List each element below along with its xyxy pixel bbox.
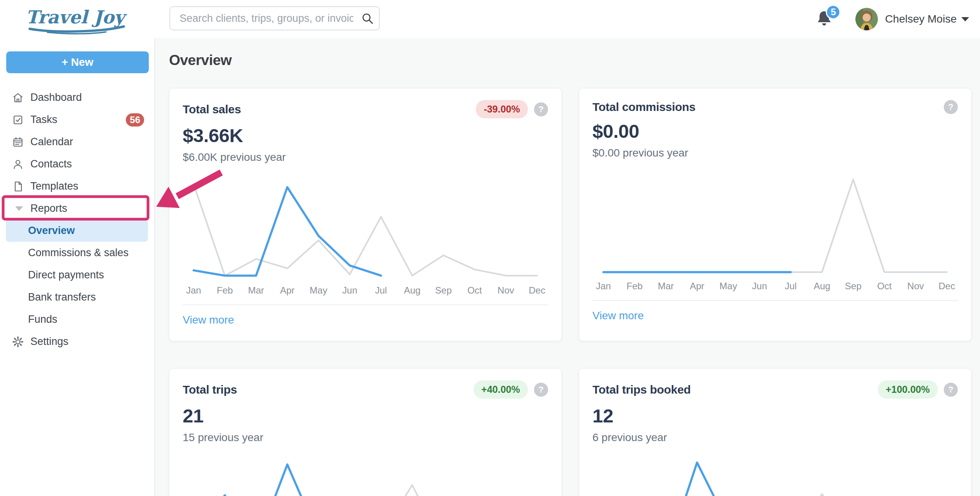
card-value: $0.00	[592, 120, 958, 142]
sidebar-subitem-bank-transfers[interactable]: Bank transfers	[0, 286, 154, 308]
card-previous-value: $6.00K previous year	[183, 151, 548, 164]
sidebar-item-contacts[interactable]: Contacts	[0, 153, 154, 175]
month-label: Feb	[627, 281, 643, 292]
new-button[interactable]: + New	[6, 51, 149, 73]
sidebar-item-label: Contacts	[30, 158, 72, 170]
view-more-link[interactable]: View more	[183, 314, 234, 326]
change-badge: +40.00%	[474, 380, 528, 399]
divider	[183, 304, 548, 305]
caret-down-icon	[12, 202, 24, 215]
series-previous-year	[603, 179, 947, 272]
sidebar-nav: Dashboard Tasks 56	[0, 86, 154, 353]
line-chart: JanFebMarAprMayJunJulAugSepOctNovDec	[183, 174, 548, 297]
sidebar-subitem-funds[interactable]: Funds	[0, 308, 154, 331]
top-right-cluster: 5 Chelsey Moise	[816, 0, 969, 38]
x-axis-labels: JanFebMarAprMayJunJulAugSepOctNovDec	[592, 279, 958, 292]
sidebar-item-label: Templates	[30, 180, 78, 192]
line-chart: JanFebMarAprMayJunJulAugSepOctNovDec	[592, 454, 958, 496]
month-label: Mar	[658, 281, 674, 292]
sidebar-subitem-commissions-sales[interactable]: Commissions & sales	[0, 242, 154, 264]
card-previous-value: 6 previous year	[592, 431, 958, 444]
stat-card-total-trips: Total trips +40.00% ? 21 15 previous yea…	[169, 368, 562, 496]
month-label: Jul	[375, 285, 387, 296]
month-label: Jun	[752, 281, 767, 292]
sidebar-item-reports[interactable]: Reports	[0, 197, 154, 220]
help-icon[interactable]: ?	[944, 383, 958, 397]
month-label: Jan	[596, 281, 611, 292]
divider	[592, 300, 958, 301]
series-current-year	[603, 463, 791, 496]
month-label: Nov	[497, 285, 514, 296]
month-label: Aug	[404, 285, 421, 296]
line-chart: JanFebMarAprMayJunJulAugSepOctNovDec	[183, 454, 548, 496]
change-badge: +100.00%	[878, 380, 938, 399]
series-previous-year	[194, 185, 537, 276]
top-bar: Travel Joy 5	[0, 0, 980, 38]
view-more-link[interactable]: View more	[592, 310, 644, 322]
sidebar-item-label: Settings	[30, 336, 69, 348]
sidebar-item-calendar[interactable]: Calendar	[0, 131, 154, 153]
month-label: May	[719, 281, 737, 292]
sidebar: + New Dashboard Tasks 56	[0, 38, 155, 496]
help-icon[interactable]: ?	[944, 100, 958, 114]
stat-cards-grid: Total sales -39.00% ? $3.66K $6.00K prev…	[169, 88, 971, 496]
month-label: Dec	[529, 285, 546, 296]
stat-card-total-trips-booked: Total trips booked +100.00% ? 12 6 previ…	[579, 368, 971, 496]
travel-joy-app: Travel Joy 5	[0, 0, 980, 496]
x-axis-labels: JanFebMarAprMayJunJulAugSepOctNovDec	[183, 283, 548, 297]
month-label: Oct	[467, 285, 482, 296]
page-title: Overview	[169, 52, 971, 69]
month-label: May	[310, 285, 327, 296]
month-label: Jun	[342, 285, 358, 296]
sidebar-subitem-overview[interactable]: Overview	[6, 220, 148, 242]
avatar[interactable]	[855, 8, 878, 30]
user-caret-down-icon[interactable]	[961, 17, 969, 21]
month-label: Nov	[907, 281, 924, 292]
card-value: 12	[592, 405, 958, 427]
card-value: $3.66K	[183, 125, 548, 146]
user-menu[interactable]: Chelsey Moise	[885, 13, 957, 25]
month-label: Apr	[280, 285, 294, 296]
gear-icon	[12, 336, 24, 348]
templates-icon	[12, 180, 24, 193]
card-title: Total sales	[183, 103, 241, 116]
sidebar-item-label: Tasks	[30, 114, 57, 126]
logo-text: Travel Joy	[26, 7, 127, 28]
month-label: Sep	[845, 281, 862, 292]
month-label: Dec	[939, 281, 955, 292]
month-label: Feb	[217, 285, 233, 296]
sidebar-item-templates[interactable]: Templates	[0, 175, 154, 197]
sidebar-subitem-direct-payments[interactable]: Direct payments	[0, 264, 154, 286]
sidebar-item-tasks[interactable]: Tasks 56	[0, 109, 154, 131]
card-value: 21	[183, 405, 548, 427]
card-title: Total trips	[183, 383, 237, 396]
tasks-count-badge: 56	[126, 113, 144, 127]
sidebar-item-settings[interactable]: Settings	[0, 331, 154, 353]
stat-card-total-commissions: Total commissions ? $0.00 $0.00 previous…	[579, 88, 971, 341]
main-content: Overview Total sales -39.00% ? $3.66K $6…	[156, 38, 980, 496]
month-label: Apr	[690, 281, 704, 292]
series-current-year	[194, 464, 381, 496]
sidebar-item-label: Reports	[30, 202, 67, 215]
month-label: Aug	[814, 281, 830, 292]
sidebar-item-dashboard[interactable]: Dashboard	[0, 86, 154, 109]
notification-count-badge: 5	[826, 5, 841, 19]
search-input[interactable]	[169, 6, 380, 30]
card-previous-value: 15 previous year	[183, 431, 548, 444]
calendar-icon	[12, 136, 24, 148]
month-label: Oct	[877, 281, 892, 292]
series-previous-year	[603, 494, 947, 496]
global-search	[169, 6, 380, 30]
help-icon[interactable]: ?	[534, 102, 548, 116]
card-title: Total commissions	[592, 100, 695, 114]
tasks-icon	[12, 114, 24, 126]
travel-joy-logo[interactable]: Travel Joy	[24, 3, 137, 37]
month-label: Mar	[248, 285, 264, 296]
notifications-button[interactable]: 5	[816, 9, 833, 29]
search-icon[interactable]	[361, 12, 374, 25]
help-icon[interactable]: ?	[534, 383, 548, 397]
sidebar-item-label: Calendar	[30, 136, 73, 148]
home-icon	[12, 91, 24, 104]
sidebar-item-label: Dashboard	[30, 91, 82, 104]
contacts-icon	[12, 158, 24, 171]
